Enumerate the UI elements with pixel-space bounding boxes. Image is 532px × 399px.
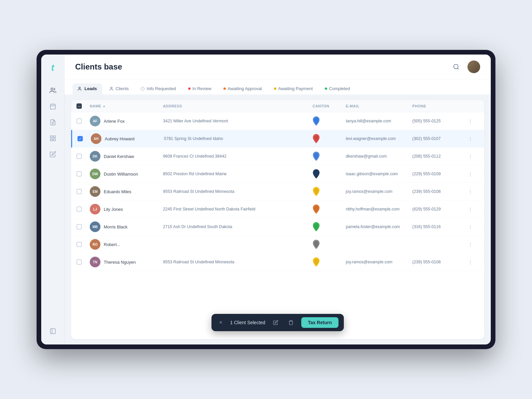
user-avatar[interactable] xyxy=(467,61,480,73)
table-row: LJ Lily Jones 2245 First Street Undefine… xyxy=(71,200,484,218)
row-select-checkbox[interactable] xyxy=(76,154,82,159)
tab-leads[interactable]: Leads xyxy=(72,83,102,94)
row-select-checkbox[interactable] xyxy=(76,118,82,124)
table-row: AF Arlene Fox 3421 Miller Ave Undefined … xyxy=(71,112,484,130)
row-name-text: Arlene Fox xyxy=(104,119,125,124)
row-more-button[interactable]: ⋮ xyxy=(466,222,475,231)
row-select-checkbox[interactable] xyxy=(76,171,82,177)
row-more[interactable]: ⋮ xyxy=(466,204,479,214)
sort-arrow-name[interactable]: ▲ xyxy=(103,104,106,108)
sidebar-item-edit[interactable] xyxy=(46,148,60,161)
row-more-button[interactable]: ⋮ xyxy=(466,187,475,196)
sidebar-item-grid[interactable] xyxy=(46,132,60,145)
tab-completed[interactable]: Completed xyxy=(320,83,355,94)
row-more-button[interactable]: ⋮ xyxy=(466,240,475,249)
table-row: EM Eduardo Miles 9553 Railroad St Undefi… xyxy=(71,183,484,200)
selection-edit-button[interactable] xyxy=(271,318,281,328)
row-select-checkbox[interactable] xyxy=(76,242,82,247)
row-canton xyxy=(313,257,346,267)
row-more[interactable]: ⋮ xyxy=(466,169,479,179)
row-phone: (302) 555-0107 xyxy=(412,136,466,141)
row-checkbox[interactable] xyxy=(76,259,90,265)
canton-shape xyxy=(313,116,320,126)
row-name: LJ Lily Jones xyxy=(90,204,163,214)
sidebar-item-layout[interactable] xyxy=(46,325,60,338)
tab-clients[interactable]: Clients xyxy=(104,83,134,94)
search-button[interactable] xyxy=(450,61,462,73)
row-more-button[interactable]: ⋮ xyxy=(466,204,475,214)
row-phone: (316) 555-0116 xyxy=(412,224,466,229)
row-email: ritthy.hoffman@example.com xyxy=(346,207,412,211)
selection-delete-button[interactable] xyxy=(286,318,296,328)
svg-point-0 xyxy=(51,88,53,90)
row-name: DW Dustin Williamson xyxy=(90,169,163,179)
row-more[interactable]: ⋮ xyxy=(466,152,479,161)
row-more-button[interactable]: ⋮ xyxy=(466,169,475,179)
row-email: tanya.hill@example.com xyxy=(346,119,412,123)
sidebar-item-documents[interactable] xyxy=(46,116,60,129)
row-more[interactable]: ⋮ xyxy=(466,116,479,126)
row-more-button[interactable]: ⋮ xyxy=(466,116,475,126)
row-more-button[interactable]: ⋮ xyxy=(466,134,475,143)
row-checkbox[interactable] xyxy=(76,154,90,159)
svg-rect-1 xyxy=(50,104,55,109)
row-name-text: Theresa Nguyen xyxy=(104,260,136,265)
row-select-checkbox[interactable] xyxy=(77,136,83,141)
sidebar-item-calendar[interactable] xyxy=(46,100,60,113)
row-more-button[interactable]: ⋮ xyxy=(466,152,475,161)
row-address: 8502 Preston Rd Undefined Maine xyxy=(163,172,313,176)
row-phone: (239) 555-0108 xyxy=(412,189,466,194)
selection-bar: × 1 Client Selected Tax xyxy=(211,314,344,331)
row-canton xyxy=(313,187,346,196)
row-avatar: DK xyxy=(90,151,100,162)
tax-return-button[interactable]: Tax Return xyxy=(301,317,338,328)
row-name: AH Aubrey Howard xyxy=(91,133,164,144)
row-phone: (505) 555-0125 xyxy=(412,119,466,123)
row-select-checkbox[interactable] xyxy=(76,206,82,212)
row-canton xyxy=(313,116,346,126)
selection-count-text: 1 Client Selected xyxy=(230,320,265,325)
canton-shape xyxy=(313,169,320,179)
select-all-checkbox[interactable] xyxy=(76,103,82,109)
row-checkbox[interactable] xyxy=(76,171,90,177)
row-more[interactable]: ⋮ xyxy=(466,222,479,231)
row-more-button[interactable]: ⋮ xyxy=(466,257,475,267)
row-canton xyxy=(313,169,346,179)
row-checkbox[interactable] xyxy=(76,206,90,212)
row-address: 9553 Railroad St Undefined Minnesota xyxy=(163,260,313,264)
row-more[interactable]: ⋮ xyxy=(466,240,479,249)
canton-shape xyxy=(313,204,320,214)
header-actions xyxy=(450,61,480,73)
table-row: DW Dustin Williamson 8502 Preston Rd Und… xyxy=(71,165,484,183)
row-select-checkbox[interactable] xyxy=(76,224,82,229)
page-title: Clients base xyxy=(75,62,122,71)
tab-awaiting-approval[interactable]: Awaiting Approval xyxy=(218,83,267,94)
sidebar-item-clients[interactable] xyxy=(46,84,60,97)
row-name-text: Morris Black xyxy=(104,224,128,229)
row-checkbox[interactable] xyxy=(76,118,90,124)
row-email: joy.ramos@example.com xyxy=(346,189,412,194)
tab-awaiting-payment[interactable]: Awaiting Payment xyxy=(269,83,318,94)
row-checkbox[interactable] xyxy=(76,189,90,194)
row-select-checkbox[interactable] xyxy=(76,259,82,265)
selection-close-button[interactable]: × xyxy=(217,319,225,327)
row-name-text: Aubrey Howard xyxy=(105,136,135,141)
tab-in-review[interactable]: In Review xyxy=(183,83,217,94)
row-select-checkbox[interactable] xyxy=(76,189,82,194)
th-name: NAME ▲ xyxy=(90,103,163,109)
svg-rect-8 xyxy=(53,136,55,138)
th-canton: CANTON xyxy=(313,103,346,109)
row-canton xyxy=(313,204,346,214)
row-address: 3421 Miller Ave Undefined Vermont xyxy=(163,119,313,123)
row-address: 9609 Frances Ct Undefined 38442 xyxy=(163,154,313,159)
row-more[interactable]: ⋮ xyxy=(466,134,479,143)
tab-info-requested[interactable]: Info Requested xyxy=(135,83,181,94)
row-more[interactable]: ⋮ xyxy=(466,187,479,196)
row-more[interactable]: ⋮ xyxy=(466,257,479,267)
row-checkbox[interactable] xyxy=(76,224,90,229)
row-avatar: AH xyxy=(91,133,101,144)
table-row: TN Theresa Nguyen 9553 Railroad St Undef… xyxy=(71,253,484,271)
row-checkbox[interactable] xyxy=(76,242,90,247)
row-checkbox[interactable] xyxy=(77,136,91,141)
row-canton xyxy=(313,240,346,249)
